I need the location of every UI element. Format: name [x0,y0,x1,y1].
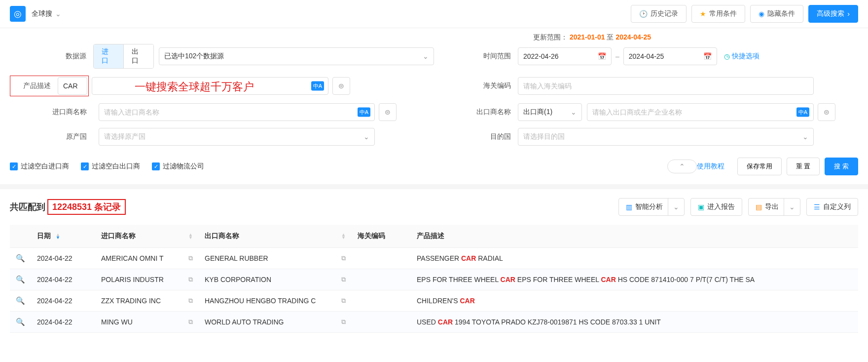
extended-search-button[interactable]: ⊜ [379,103,397,121]
cell-exporter: HANGZHOU HENGBO TRADING C⧉ [199,290,352,312]
frequent-button[interactable]: ★ 常用条件 [691,5,745,23]
exporter-input[interactable]: 中A [587,103,814,121]
chevron-down-icon: ⌄ [423,52,429,60]
col-exporter[interactable]: 出口商名称 ▲▼ [199,225,352,248]
cell-importer: POLARIS INDUSTR⧉ [95,269,199,290]
origin-label: 原产国 [10,132,94,141]
date-to-input[interactable]: 2024-04-25 📅 [623,47,717,65]
translate-icon[interactable]: 中A [311,81,324,91]
sort-icon[interactable]: ▲▼ [188,233,193,239]
copy-icon[interactable]: ⧉ [341,276,346,283]
star-icon: ★ [700,10,706,18]
cell-date: 2024-04-22 [31,248,95,269]
exporter-type-select[interactable]: 出口商(1) ⌄ [518,103,582,121]
dropdown-icon[interactable]: ⌄ [784,198,800,216]
copy-icon[interactable]: ⧉ [341,297,346,305]
product-desc-field[interactable] [97,78,323,94]
hs-code-field[interactable] [523,78,808,94]
detail-search-icon[interactable]: 🔍 [16,318,25,326]
export-icon: ▤ [756,203,762,211]
translate-icon[interactable]: 中A [796,108,809,117]
tutorial-link[interactable]: 使用教程 [697,162,724,171]
importer-field[interactable] [104,104,369,121]
detail-search-icon[interactable]: 🔍 [16,296,25,305]
results-summary: 共匹配到 12248531 条记录 ▥ 智能分析 ⌄ ▣ 进入报告 ▤ 导出 ⌄… [0,189,868,225]
copy-icon[interactable]: ⧉ [188,318,193,326]
sort-icon[interactable]: ▲▼ [56,233,60,239]
export-button[interactable]: ▤ 导出 ⌄ [748,198,800,216]
translate-icon[interactable]: 中A [358,108,370,117]
filter-blank-importer-checkbox[interactable]: ✓ 过滤空白进口商 [10,162,69,171]
col-hs: 海关编码 [352,225,411,248]
quick-options-link[interactable]: ◷ 快捷选项 [724,52,760,61]
col-importer[interactable]: 进口商名称 ▲▼ [95,225,199,248]
reset-button[interactable]: 重 置 [787,158,820,175]
extended-search-button[interactable]: ⊜ [332,77,350,95]
chevron-up-icon: ⌃ [679,162,685,170]
dropdown-icon[interactable]: ⌄ [668,198,684,216]
cell-importer: MING WU⧉ [95,312,199,333]
custom-columns-button[interactable]: ☰ 自定义列 [806,198,858,216]
data-source-select[interactable]: 已选中102个数据源 ⌄ [159,47,434,65]
chevron-down-icon: ⌄ [363,133,369,141]
copy-icon[interactable]: ⧉ [341,318,346,326]
filter-actions: ✓ 过滤空白进口商 ✓ 过滤空白出口商 ✓ 过滤物流公司 ⌃ 使用教程 保存常用… [0,153,868,189]
topbar: ◎ 全球搜 ⌄ 🕑 历史记录 ★ 常用条件 ◉ 隐藏条件 高级搜索 › [0,0,868,28]
cell-hs [352,312,411,333]
copy-icon[interactable]: ⧉ [188,276,193,283]
extended-search-button[interactable]: ⊜ [818,103,835,121]
cell-hs [352,248,411,269]
cell-desc: CHILDREN'S CAR [411,290,858,312]
segment-import[interactable]: 进口 [94,44,124,68]
importer-input[interactable]: 中A [99,103,375,121]
calendar-icon: 📅 [703,52,712,60]
origin-select[interactable]: 请选择原产国 ⌄ [99,128,375,146]
copy-icon[interactable]: ⧉ [188,254,193,262]
cell-hs [352,269,411,290]
date-from-input[interactable]: 2022-04-26 📅 [518,47,612,65]
hidden-conditions-button[interactable]: ◉ 隐藏条件 [750,5,803,23]
exporter-field[interactable] [592,104,808,121]
copy-icon[interactable]: ⧉ [341,254,346,262]
copy-icon[interactable]: ⧉ [188,297,193,305]
search-button[interactable]: 搜 索 [825,158,858,175]
scope-selector[interactable]: 全球搜 ⌄ [32,9,61,18]
sort-icon[interactable]: ▲▼ [341,233,346,239]
checkbox-checked-icon: ✓ [10,162,18,170]
hs-code-input[interactable] [518,77,814,95]
chevron-right-icon: › [847,10,850,18]
detail-search-icon[interactable]: 🔍 [16,275,25,283]
table-row: 🔍2024-04-22ZZX TRADING INC⧉HANGZHOU HENG… [10,290,858,312]
checkbox-checked-icon: ✓ [152,162,160,170]
results-table: 日期 ▲▼ 进口商名称 ▲▼ 出口商名称 ▲▼ 海关编码 产品描述 🔍2024-… [10,225,858,333]
filter-logistics-checkbox[interactable]: ✓ 过滤物流公司 [152,162,204,171]
checkbox-checked-icon: ✓ [81,162,89,170]
cell-hs [352,290,411,312]
segment-export[interactable]: 出口 [124,44,153,68]
col-desc: 产品描述 [411,225,858,248]
table-row: 🔍2024-04-22MING WU⧉WORLD AUTO TRADING⧉US… [10,312,858,333]
clock-icon: ◷ [724,52,730,60]
dest-select[interactable]: 请选择目的国 ⌄ [518,128,814,146]
save-frequent-button[interactable]: 保存常用 [737,158,782,175]
col-date[interactable]: 日期 ▲▼ [31,225,95,248]
product-desc-label: 产品描述 [11,81,58,90]
advanced-search-button[interactable]: 高级搜索 › [808,5,858,23]
search-icon: ⊜ [385,108,391,116]
history-button[interactable]: 🕑 历史记录 [631,5,687,23]
collapse-filters-button[interactable]: ⌃ [667,160,697,173]
cell-desc: USED CAR 1994 TOYOTA PRADO KZJ78-0019871… [411,312,858,333]
filter-panel: 更新范围： 2021-01-01 至 2024-04-25 数据源 进口 出口 … [0,28,868,146]
product-desc-prefix: CAR [58,77,87,95]
product-desc-input[interactable]: 一键搜索全球超千万客户 中A [92,77,328,95]
detail-search-icon[interactable]: 🔍 [16,254,25,262]
app-logo: ◎ [10,6,26,22]
filter-blank-exporter-checkbox[interactable]: ✓ 过滤空白出口商 [81,162,140,171]
importer-label: 进口商名称 [10,108,94,117]
match-prefix: 共匹配到 [10,201,45,213]
eye-off-icon: ◉ [759,10,764,18]
chevron-down-icon: ⌄ [802,133,808,141]
smart-analysis-button[interactable]: ▥ 智能分析 ⌄ [618,198,685,216]
enter-report-button[interactable]: ▣ 进入报告 [690,198,742,216]
history-icon: 🕑 [639,10,648,18]
